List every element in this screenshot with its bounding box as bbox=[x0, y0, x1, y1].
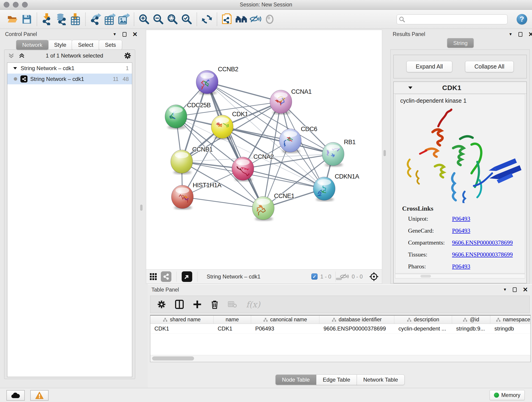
node-table[interactable]: shared namenamecanonical namedatabase id… bbox=[150, 315, 531, 362]
panel-close-icon[interactable]: ✕ bbox=[523, 287, 528, 292]
save-session-button[interactable] bbox=[20, 12, 34, 27]
import-network-file-button[interactable] bbox=[40, 12, 54, 27]
add-column-icon[interactable] bbox=[193, 300, 202, 309]
table-options-gear-icon[interactable] bbox=[157, 300, 166, 309]
panel-float-icon[interactable] bbox=[519, 32, 522, 37]
table-cell[interactable]: stringdb:9... bbox=[452, 324, 490, 333]
zoom-in-button[interactable] bbox=[137, 12, 151, 27]
network-node-cdc25b[interactable] bbox=[165, 105, 187, 129]
column-header--id[interactable]: @id bbox=[452, 316, 490, 324]
selected-checkbox[interactable]: ✓ bbox=[311, 274, 317, 280]
panel-menu-icon[interactable]: ▼ bbox=[509, 32, 513, 37]
expand-all-icon[interactable] bbox=[19, 53, 25, 59]
help-button[interactable]: ? bbox=[517, 14, 527, 25]
table-hscrollbar[interactable] bbox=[150, 355, 530, 362]
export-network-button[interactable] bbox=[89, 12, 103, 27]
warnings-button[interactable] bbox=[30, 390, 49, 401]
network-node-hist1h1a[interactable] bbox=[171, 185, 193, 210]
memory-button[interactable]: Memory bbox=[490, 390, 525, 400]
panel-menu-icon[interactable]: ▼ bbox=[503, 287, 507, 292]
table-cell[interactable]: cyclin-dependent ... bbox=[394, 324, 452, 333]
table-row[interactable]: CDK1CDK1P064939606.ENSP00000378699cyclin… bbox=[150, 324, 530, 333]
network-node-cdc6[interactable] bbox=[279, 129, 301, 153]
panel-float-icon[interactable] bbox=[513, 287, 517, 292]
expand-all-button[interactable]: Expand All bbox=[406, 61, 452, 72]
delete-column-icon[interactable] bbox=[211, 300, 219, 309]
network-options-gear-icon[interactable] bbox=[124, 52, 131, 59]
apply-layout-button[interactable] bbox=[200, 12, 214, 27]
results-hscrollbar[interactable] bbox=[395, 274, 525, 279]
open-session-button[interactable] bbox=[6, 12, 20, 27]
network-node-rb1[interactable] bbox=[322, 142, 344, 167]
network-node-cdkn1a[interactable] bbox=[313, 177, 335, 201]
zoom-fit-button[interactable] bbox=[165, 12, 180, 27]
network-node-ccna1[interactable] bbox=[270, 90, 292, 115]
left-splitter-handle[interactable] bbox=[140, 205, 143, 211]
zoom-out-button[interactable] bbox=[151, 12, 165, 27]
tab-network-table[interactable]: Network Table bbox=[357, 375, 405, 385]
panel-menu-icon[interactable]: ▼ bbox=[113, 32, 117, 37]
crosslink-link[interactable]: P06493 bbox=[452, 263, 470, 270]
crosslink-link[interactable]: P06493 bbox=[452, 216, 470, 222]
birds-eye-view-icon[interactable] bbox=[369, 272, 379, 281]
section-collapse-icon[interactable] bbox=[408, 85, 413, 90]
column-header-description[interactable]: description bbox=[394, 316, 452, 324]
zoom-selected-button[interactable] bbox=[180, 12, 194, 27]
show-all-button[interactable] bbox=[263, 12, 277, 27]
export-table-button[interactable] bbox=[103, 12, 117, 27]
hide-selected-button[interactable] bbox=[248, 12, 263, 27]
collapse-all-button[interactable]: Collapse All bbox=[465, 61, 514, 72]
import-table-button[interactable] bbox=[68, 12, 82, 27]
new-network-from-selection-button[interactable] bbox=[220, 12, 234, 27]
cloud-status-button[interactable] bbox=[6, 390, 25, 401]
tab-string[interactable]: String bbox=[447, 38, 474, 48]
table-cell[interactable]: CDK1 bbox=[214, 324, 251, 333]
tab-sets[interactable]: Sets bbox=[99, 40, 122, 50]
column-header-database-identifier[interactable]: database identifier bbox=[319, 316, 394, 324]
crosslink-link[interactable]: 9606.ENSP00000378699 bbox=[452, 251, 513, 258]
open-in-new-window-button[interactable] bbox=[182, 271, 192, 282]
tab-node-table[interactable]: Node Table bbox=[275, 375, 317, 385]
show-columns-icon[interactable] bbox=[175, 300, 184, 309]
minimize-window-button[interactable] bbox=[13, 2, 19, 7]
table-cell[interactable]: P06493 bbox=[251, 324, 319, 333]
column-header-canonical-name[interactable]: canonical name bbox=[251, 316, 319, 324]
column-header-name[interactable]: name bbox=[214, 316, 251, 324]
network-node-ccnb1[interactable] bbox=[171, 150, 193, 174]
column-header-shared-name[interactable]: shared name bbox=[150, 316, 214, 324]
close-window-button[interactable] bbox=[4, 2, 9, 7]
network-row[interactable]: String Network – cdk1 11 48 bbox=[7, 74, 132, 84]
tab-edge-table[interactable]: Edge Table bbox=[316, 375, 357, 385]
network-node-ccna2[interactable] bbox=[232, 157, 254, 182]
collapse-all-icon[interactable] bbox=[8, 53, 14, 59]
tree-expand-icon[interactable] bbox=[13, 66, 17, 70]
crosslink-link[interactable]: P06493 bbox=[452, 227, 470, 234]
table-cell[interactable]: CDK1 bbox=[150, 324, 214, 333]
panel-close-icon[interactable]: ✕ bbox=[133, 32, 138, 37]
table-cell[interactable]: stringdb bbox=[490, 324, 531, 333]
crosslink-link[interactable]: 9606.ENSP00000378699 bbox=[452, 239, 513, 246]
grid-view-icon[interactable] bbox=[149, 273, 157, 281]
column-header-namespace[interactable]: namespace bbox=[490, 316, 531, 324]
network-view[interactable]: CCNB2CCNA1CDC25BCDK1CDC6RB1CCNB1CCNA2CDK… bbox=[146, 30, 382, 284]
network-collection-row[interactable]: String Network – cdk1 1 bbox=[7, 63, 132, 74]
import-network-database-button[interactable] bbox=[54, 12, 68, 27]
tab-network[interactable]: Network bbox=[16, 40, 49, 50]
network-node-ccne1[interactable] bbox=[252, 196, 274, 221]
tab-style[interactable]: Style bbox=[48, 40, 72, 50]
bottom-splitter-handle[interactable] bbox=[336, 278, 342, 280]
traffic-lights[interactable] bbox=[4, 2, 28, 7]
export-image-button[interactable] bbox=[117, 12, 131, 27]
panel-close-icon[interactable]: ✕ bbox=[528, 32, 532, 37]
maximize-window-button[interactable] bbox=[22, 2, 28, 7]
tab-select[interactable]: Select bbox=[72, 40, 99, 50]
right-splitter-handle[interactable] bbox=[384, 150, 386, 156]
network-edge[interactable] bbox=[182, 197, 263, 208]
panel-float-icon[interactable] bbox=[123, 32, 127, 37]
search-input[interactable] bbox=[405, 17, 501, 22]
network-badge-icon[interactable] bbox=[161, 271, 171, 282]
first-neighbors-button[interactable] bbox=[234, 12, 248, 27]
network-graph[interactable]: CCNB2CCNA1CDC25BCDK1CDC6RB1CCNB1CCNA2CDK… bbox=[146, 30, 382, 269]
table-cell[interactable]: 9606.ENSP00000378699 bbox=[319, 324, 394, 333]
search-field[interactable] bbox=[397, 14, 507, 24]
